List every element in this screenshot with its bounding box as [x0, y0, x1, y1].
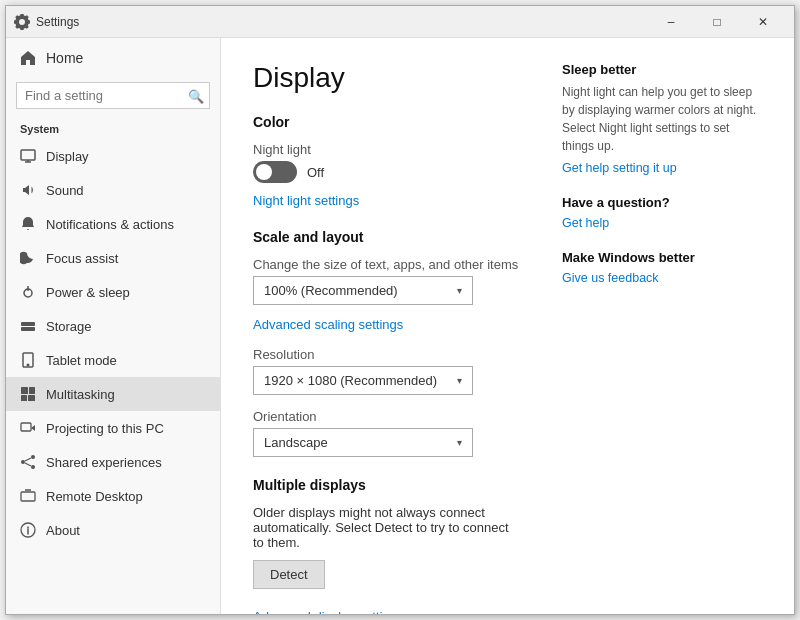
sidebar-item-tablet-label: Tablet mode: [46, 353, 117, 368]
titlebar: Settings – □ ✕: [6, 6, 794, 38]
chevron-down-icon-2: ▾: [457, 375, 462, 386]
question-section: Have a question? Get help: [562, 195, 762, 230]
sidebar-item-tablet[interactable]: Tablet mode: [6, 343, 220, 377]
search-input[interactable]: [16, 82, 210, 109]
info-icon: [20, 522, 36, 538]
bell-icon: [20, 216, 36, 232]
night-light-toggle[interactable]: [253, 161, 297, 183]
power-icon: [20, 284, 36, 300]
orientation-dropdown[interactable]: Landscape ▾: [253, 428, 473, 457]
sleep-text: Night light can help you get to sleep by…: [562, 83, 762, 155]
svg-point-5: [27, 364, 29, 366]
svg-rect-6: [21, 387, 28, 394]
scale-dropdown-wrap: 100% (Recommended) ▾: [253, 276, 522, 305]
color-section-title: Color: [253, 114, 522, 130]
monitor-icon: [20, 148, 36, 164]
right-panel: Sleep better Night light can help you ge…: [562, 62, 762, 590]
sidebar-item-about[interactable]: About: [6, 513, 220, 547]
tablet-icon: [20, 352, 36, 368]
volume-icon: [20, 182, 36, 198]
project-icon: [20, 420, 36, 436]
resolution-dropdown[interactable]: 1920 × 1080 (Recommended) ▾: [253, 366, 473, 395]
sidebar-item-display-label: Display: [46, 149, 89, 164]
scale-dropdown[interactable]: 100% (Recommended) ▾: [253, 276, 473, 305]
orientation-label: Orientation: [253, 409, 522, 424]
sidebar-item-shared-label: Shared experiences: [46, 455, 162, 470]
settings-panel: Display Color Night light Off Night ligh…: [253, 62, 522, 590]
night-light-label: Night light: [253, 142, 522, 157]
svg-rect-3: [21, 327, 35, 331]
advanced-display-link[interactable]: Advanced display settings: [253, 609, 403, 614]
get-help-link[interactable]: Get help: [562, 216, 609, 230]
sidebar-item-notifications-label: Notifications & actions: [46, 217, 174, 232]
search-box[interactable]: 🔍: [16, 82, 210, 109]
svg-rect-14: [21, 492, 35, 501]
night-light-state: Off: [307, 165, 324, 180]
night-light-settings-link[interactable]: Night light settings: [253, 193, 359, 208]
home-icon: [20, 50, 36, 66]
sidebar-item-sound[interactable]: Sound: [6, 173, 220, 207]
sidebar-item-sound-label: Sound: [46, 183, 84, 198]
sidebar-item-power[interactable]: Power & sleep: [6, 275, 220, 309]
sleep-section: Sleep better Night light can help you ge…: [562, 62, 762, 175]
sidebar-item-storage[interactable]: Storage: [6, 309, 220, 343]
sidebar-item-multitasking[interactable]: Multitasking: [6, 377, 220, 411]
resolution-label: Resolution: [253, 347, 522, 362]
sidebar-item-focus[interactable]: Focus assist: [6, 241, 220, 275]
windows-section: Make Windows better Give us feedback: [562, 250, 762, 285]
system-section-label: System: [6, 117, 220, 139]
orientation-value: Landscape: [264, 435, 328, 450]
sidebar-item-shared[interactable]: Shared experiences: [6, 445, 220, 479]
window-controls: – □ ✕: [648, 6, 786, 38]
svg-point-11: [31, 455, 35, 459]
sidebar-item-focus-label: Focus assist: [46, 251, 118, 266]
night-light-toggle-row: Off: [253, 161, 522, 183]
scale-desc: Change the size of text, apps, and other…: [253, 257, 522, 272]
close-button[interactable]: ✕: [740, 6, 786, 38]
search-icon: 🔍: [188, 88, 204, 103]
resolution-value: 1920 × 1080 (Recommended): [264, 373, 437, 388]
sidebar-item-projecting[interactable]: Projecting to this PC: [6, 411, 220, 445]
window-title: Settings: [36, 15, 648, 29]
multiple-section-title: Multiple displays: [253, 477, 522, 493]
svg-rect-2: [21, 322, 35, 326]
main-content: Display Color Night light Off Night ligh…: [221, 38, 794, 614]
chevron-down-icon-3: ▾: [457, 437, 462, 448]
sleep-title: Sleep better: [562, 62, 762, 77]
feedback-link[interactable]: Give us feedback: [562, 271, 659, 285]
sidebar-item-multitasking-label: Multitasking: [46, 387, 115, 402]
maximize-button[interactable]: □: [694, 6, 740, 38]
svg-rect-9: [28, 395, 35, 401]
scale-value: 100% (Recommended): [264, 283, 398, 298]
toggle-knob: [256, 164, 272, 180]
sidebar-item-home[interactable]: Home: [6, 38, 220, 78]
advanced-scaling-link[interactable]: Advanced scaling settings: [253, 317, 403, 332]
sidebar-item-display[interactable]: Display: [6, 139, 220, 173]
svg-rect-0: [21, 150, 35, 160]
sidebar: Home 🔍 System Display Sound: [6, 38, 221, 614]
sleep-link[interactable]: Get help setting it up: [562, 161, 677, 175]
chevron-down-icon: ▾: [457, 285, 462, 296]
shared-icon: [20, 454, 36, 470]
svg-point-12: [21, 460, 25, 464]
sidebar-item-storage-label: Storage: [46, 319, 92, 334]
svg-point-13: [31, 465, 35, 469]
sidebar-item-notifications[interactable]: Notifications & actions: [6, 207, 220, 241]
svg-rect-8: [21, 395, 27, 401]
multitask-icon: [20, 386, 36, 402]
sidebar-item-remote[interactable]: Remote Desktop: [6, 479, 220, 513]
resolution-dropdown-wrap: 1920 × 1080 (Recommended) ▾: [253, 366, 522, 395]
scale-section-title: Scale and layout: [253, 229, 522, 245]
detect-section: Older displays might not always connect …: [253, 505, 522, 589]
question-title: Have a question?: [562, 195, 762, 210]
home-label: Home: [46, 50, 83, 66]
detect-button[interactable]: Detect: [253, 560, 325, 589]
detect-description: Older displays might not always connect …: [253, 505, 522, 550]
page-title: Display: [253, 62, 522, 94]
windows-title: Make Windows better: [562, 250, 762, 265]
app-icon: [14, 14, 30, 30]
sidebar-item-projecting-label: Projecting to this PC: [46, 421, 164, 436]
moon-icon: [20, 250, 36, 266]
minimize-button[interactable]: –: [648, 6, 694, 38]
orientation-dropdown-wrap: Landscape ▾: [253, 428, 522, 457]
